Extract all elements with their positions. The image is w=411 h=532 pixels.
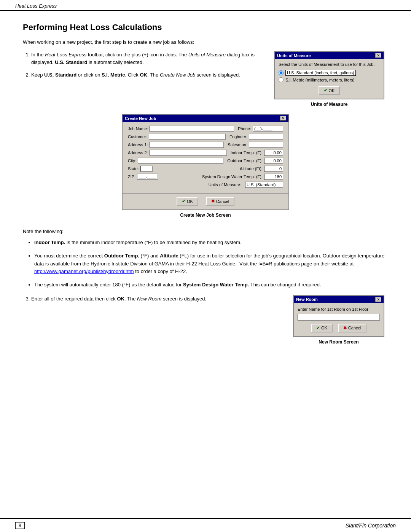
units-ok-button[interactable]: ✔ OK <box>319 86 340 95</box>
create-job-dialog: Create New Job ✕ Job Name: Phone: <box>122 114 289 210</box>
units-ok-label: OK <box>329 88 335 93</box>
radio-si-metric-input[interactable] <box>279 77 284 82</box>
radio-si-metric[interactable]: S.I. Metric (millimeters, meters, liters… <box>279 77 380 82</box>
city-field: City: <box>128 158 223 164</box>
new-room-body: Enter Name for 1st Room on 1st Floor ✔ O… <box>294 303 384 336</box>
bullets-list: Indoor Temp. is the minimum indoor tempe… <box>23 239 388 289</box>
form-row-address2-indoor: Address 2: Indoor Temp. (F): <box>128 150 283 156</box>
sysdesign-bold: System Design Water Temp. <box>183 282 249 288</box>
sysdesign-input[interactable] <box>264 174 283 180</box>
notes-section: Note the following: Indoor Temp. is the … <box>23 228 388 289</box>
customer-field: Customer: <box>128 134 226 140</box>
address1-input[interactable] <box>150 142 224 148</box>
page: Heat Loss Express Performing Heat Loss C… <box>0 0 411 532</box>
indoor-temp-label: Indoor Temp. (F): <box>231 150 263 155</box>
address1-label: Address 1: <box>128 142 148 147</box>
steps-section: In the Heat Loss Express toolbar, click … <box>23 51 388 107</box>
radio-us-standard[interactable]: U.S. Standard (inches, feet, gallons) <box>279 70 380 76</box>
create-job-cancel-button[interactable]: ✖ Cancel <box>206 197 234 206</box>
outdoor-temp-field: Outdoor Temp. (F): <box>227 158 283 164</box>
altitude-label: Altitude (Ft): <box>240 166 263 171</box>
state-label: State: <box>128 166 139 171</box>
footer-company: Slant/Fin Corporation <box>346 522 396 529</box>
phone-field: Phone: <box>238 126 283 132</box>
create-job-ok-checkmark-icon: ✔ <box>182 199 185 204</box>
units-dialog-titlebar: Units of Measure ✕ <box>275 52 384 59</box>
engineer-field: Engineer: <box>229 134 283 140</box>
address2-input[interactable] <box>150 150 227 156</box>
units-of-measure-dialog: Units of Measure ✕ Select the Units of M… <box>274 51 384 99</box>
form-row-state-altitude: State: Altitude (Ft): <box>128 166 283 172</box>
salesman-input[interactable] <box>249 142 283 148</box>
address2-field: Address 2: <box>128 150 227 156</box>
jobname-field: Job Name: <box>128 126 234 132</box>
radio-us-standard-label: U.S. Standard (inches, feet, gallons) <box>285 70 356 76</box>
form-row-uom: Units of Measure: <box>128 182 283 188</box>
steps-text: In the Heat Loss Express toolbar, click … <box>23 51 259 107</box>
city-label: City: <box>128 158 136 163</box>
outdoor-temp-input[interactable] <box>264 158 283 164</box>
units-dialog-close[interactable]: ✕ <box>375 53 381 58</box>
units-dialog-body: Select the Units of Measurement to use f… <box>275 59 384 99</box>
header-title: Heat Loss Express <box>15 3 57 9</box>
new-room-buttons: ✔ OK ✖ Cancel <box>298 324 380 333</box>
new-room-ok-label: OK <box>321 326 327 330</box>
step-3: Enter all of the required data then clic… <box>31 295 278 303</box>
outdoor-temp-label: Outdoor Temp. (F): <box>227 158 263 163</box>
bullet-system-design: The system will automatically enter 180 … <box>34 281 388 289</box>
new-room-dialog-area: New Room ✕ Enter Name for 1st Room on 1s… <box>289 295 388 345</box>
radio-us-standard-input[interactable] <box>279 70 284 75</box>
create-job-section: Create New Job ✕ Job Name: Phone: <box>23 114 388 218</box>
content: Performing Heat Loss Calculations When w… <box>0 11 411 356</box>
sysdesign-label: System Design Water Temp. (F): <box>202 174 263 179</box>
indoor-temp-input[interactable] <box>264 150 283 156</box>
engineer-input[interactable] <box>249 134 283 140</box>
new-room-ok-button[interactable]: ✔ OK <box>311 324 333 332</box>
units-dialog-instruction: Select the Units of Measurement to use f… <box>279 62 380 67</box>
phone-label: Phone: <box>238 126 251 131</box>
create-job-close[interactable]: ✕ <box>280 116 286 121</box>
new-room-cancel-button[interactable]: ✖ Cancel <box>338 324 366 332</box>
footer-page-number: 8 <box>15 522 25 529</box>
create-job-ok-button[interactable]: ✔ OK <box>177 197 198 206</box>
step-2: Keep U.S. Standard or click on S.I. Metr… <box>31 71 259 79</box>
header: Heat Loss Express <box>0 0 411 11</box>
steps-list: In the Heat Loss Express toolbar, click … <box>23 51 259 79</box>
sysdesign-field: System Design Water Temp. (F): <box>202 174 283 180</box>
notes-intro: Note the following: <box>23 228 388 234</box>
new-room-instruction: Enter Name for 1st Room on 1st Floor <box>298 307 380 312</box>
zip-input[interactable] <box>137 174 158 180</box>
ok-checkmark-icon: ✔ <box>324 88 327 93</box>
altitude-input[interactable] <box>264 166 283 172</box>
city-input[interactable] <box>138 158 223 164</box>
create-job-cancel-x-icon: ✖ <box>211 199 215 204</box>
address2-label: Address 2: <box>128 150 148 155</box>
radio-si-metric-label: S.I. Metric (millimeters, meters, liters… <box>285 78 355 82</box>
salesman-field: Salesman: <box>228 142 283 148</box>
footer: 8 Slant/Fin Corporation <box>0 518 411 532</box>
bullet-indoor-temp-label: Indoor Temp. <box>34 240 65 245</box>
create-job-ok-label: OK <box>187 199 193 204</box>
phone-input[interactable] <box>253 126 283 132</box>
form-row-customer-engineer: Customer: Engineer: <box>128 134 283 140</box>
create-job-body: Job Name: Phone: Customer: <box>123 122 288 191</box>
new-room-close[interactable]: ✕ <box>375 297 381 302</box>
uom-input[interactable] <box>245 182 283 188</box>
gamanet-link[interactable]: http://www.gamanet.org/publist/hydroordr… <box>34 268 134 274</box>
state-input[interactable] <box>140 166 153 172</box>
intro-text: When working on a new project, the first… <box>23 39 388 45</box>
engineer-label: Engineer: <box>229 134 247 139</box>
salesman-label: Salesman: <box>228 142 247 147</box>
indoor-temp-field: Indoor Temp. (F): <box>231 150 283 156</box>
zip-field: ZIP: <box>128 174 198 180</box>
create-job-title: Create New Job <box>125 116 156 121</box>
new-room-name-input[interactable] <box>298 314 380 321</box>
jobname-input[interactable] <box>150 126 234 132</box>
uom-label: Units of Measure: <box>209 182 241 187</box>
create-job-footer: ✔ OK ✖ Cancel <box>123 193 288 209</box>
form-row-address1-salesman: Address 1: Salesman: <box>128 142 283 148</box>
new-room-dialog: New Room ✕ Enter Name for 1st Room on 1s… <box>293 295 384 337</box>
new-room-cancel-x-icon: ✖ <box>343 326 347 331</box>
customer-input[interactable] <box>149 134 226 140</box>
form-row-zip-sysdesign: ZIP: System Design Water Temp. (F): <box>128 174 283 180</box>
